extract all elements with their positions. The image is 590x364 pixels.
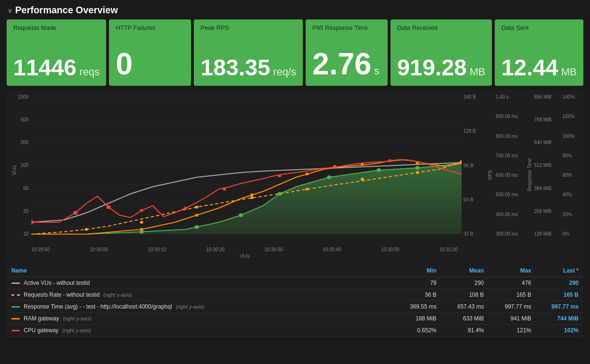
metrics-row: Requests Made 11446 reqs HTTP Failures 0…: [0, 19, 590, 86]
cell-last: 290: [531, 280, 579, 286]
svg-marker-7: [31, 163, 462, 234]
pct-tick: 0%: [563, 231, 569, 237]
right-axis-note: (right y-axis): [62, 328, 91, 333]
metric-card-p95-response: P95 Response Time 2.76 s: [306, 19, 388, 86]
legend-dot: [11, 282, 20, 284]
y-left-tick: 50: [23, 186, 28, 191]
svg-point-22: [85, 228, 88, 231]
metric-label: Data Received: [397, 24, 485, 31]
svg-point-18: [306, 173, 309, 175]
svg-point-9: [195, 225, 199, 229]
cell-last: 997.77 ms: [531, 303, 579, 310]
legend-dot: [11, 318, 20, 319]
metric-value-row: 0: [116, 49, 184, 79]
data-tick: 384 MiB: [534, 186, 552, 191]
pct-tick: 120%: [563, 114, 575, 119]
data-tick: 128 MiB: [534, 231, 552, 237]
metric-label: P95 Response Time: [312, 24, 381, 31]
metric-card-data-received: Data Received 919.28 MB: [390, 19, 492, 86]
cell-name: Response Time (avg) - - test - http://lo…: [11, 303, 389, 310]
rps-tick: 64 B: [463, 197, 473, 202]
page-title: Performance Overview: [15, 5, 118, 16]
x-tick: 10:31:00: [439, 247, 458, 252]
svg-point-12: [327, 175, 331, 179]
metric-label: Peak RPS: [200, 24, 296, 31]
right-axes-group: 160 B128 B96 B64 B32 BRPS1.00 s900.00 ms…: [462, 94, 583, 246]
cell-mean: 108 B: [436, 291, 484, 298]
chart-container: VUs 1000500200100502010: [7, 90, 583, 264]
y-left-tick: 10: [23, 231, 28, 237]
col-max-header: Max: [484, 267, 531, 274]
response-tick: 600.00 ms: [496, 173, 518, 178]
response-tick: 300.00 ms: [496, 231, 518, 237]
svg-point-26: [306, 188, 309, 191]
metric-number: 12.44: [501, 56, 558, 79]
y-left-tick: 100: [20, 163, 28, 168]
col-min-header: Min: [389, 267, 436, 274]
row-name-text: Active VUs - without testid: [24, 280, 90, 286]
table-body: Active VUs - without testid 79 290 476 2…: [7, 277, 583, 337]
metric-number: 2.76: [312, 49, 372, 79]
table-row: CPU gateway (right y-axis) 0.652% 91.4% …: [7, 325, 583, 337]
chart-area: [31, 94, 462, 246]
x-tick: 10:30:40: [323, 247, 341, 252]
x-axis-label: VUs: [31, 252, 458, 261]
rps-tick: 32 B: [463, 231, 473, 237]
metric-unit: reqs: [79, 66, 100, 78]
right-axis-note: (right y-axis): [103, 292, 132, 298]
pct-tick: 140%: [563, 94, 575, 100]
y-left-tick: 500: [20, 117, 28, 122]
response-tick: 1.00 s: [496, 94, 508, 100]
pct-tick: 100%: [563, 134, 575, 139]
col-mean-header: Mean: [436, 267, 484, 274]
table-header: Name Min Mean Max Last *: [7, 264, 583, 277]
svg-point-14: [415, 166, 419, 170]
cell-last: 744 MiB: [531, 315, 579, 322]
cell-max: 165 B: [484, 291, 531, 298]
legend-dot: [11, 330, 20, 331]
table-row: RAM gateway (right y-axis) 188 MiB 633 M…: [7, 313, 583, 325]
x-tick: 10:29:50: [31, 247, 50, 252]
y-axis-left-label: VUs: [11, 165, 17, 175]
cell-min: 36 B: [389, 291, 436, 298]
cell-name: CPU gateway (right y-axis): [11, 327, 389, 334]
data-tick: 768 MiB: [534, 117, 552, 122]
legend-dot: [11, 306, 20, 308]
rps-tick: 128 B: [463, 128, 476, 134]
rps-axis-label: RPS: [488, 161, 493, 180]
row-name-text: Response Time (avg) - - test - http://lo…: [24, 303, 172, 310]
metric-number: 183.35: [200, 56, 270, 79]
svg-point-35: [278, 174, 281, 177]
cell-min: 369.55 ms: [389, 303, 436, 310]
cell-mean: 290: [436, 280, 484, 286]
svg-point-32: [140, 209, 143, 212]
metric-unit: s: [374, 65, 380, 77]
cell-min: 79: [389, 280, 436, 286]
table-row: Requests Rate - without testid (right y-…: [7, 289, 583, 301]
svg-point-25: [250, 196, 254, 199]
metric-value-row: 11446 reqs: [13, 56, 100, 79]
metric-card-data-sent: Data Sent 12.44 MB: [495, 19, 583, 86]
metric-number: 11446: [13, 56, 76, 79]
cell-max: 476: [484, 280, 531, 286]
svg-point-16: [195, 214, 199, 217]
y-axis-data: 896 MiB768 MiB640 MiB512 MiB384 MiB256 M…: [532, 94, 561, 246]
y-left-tick: 1000: [18, 94, 28, 100]
svg-point-34: [223, 188, 226, 191]
y-axis-pct: 140%120%100%80%60%40%20%0%: [561, 94, 583, 246]
cell-max: 941 MiB: [484, 315, 531, 322]
cell-max: 997.77 ms: [484, 303, 531, 310]
metric-unit: MB: [561, 66, 577, 78]
cell-min: 0.652%: [389, 327, 436, 334]
data-tick: 256 MiB: [534, 209, 552, 214]
cell-name: RAM gateway (right y-axis): [11, 315, 389, 322]
svg-point-36: [333, 165, 336, 168]
data-tick: 896 MiB: [534, 94, 552, 100]
pct-tick: 20%: [563, 212, 572, 217]
metric-value-row: 12.44 MB: [501, 56, 577, 79]
cell-mean: 91.4%: [436, 327, 484, 334]
metric-value-row: 2.76 s: [312, 49, 381, 79]
metric-card-requests-made: Requests Made 11446 reqs: [7, 19, 106, 86]
metric-value-row: 919.28 MB: [397, 56, 485, 79]
right-axis-note: (right y-axis): [63, 316, 92, 321]
